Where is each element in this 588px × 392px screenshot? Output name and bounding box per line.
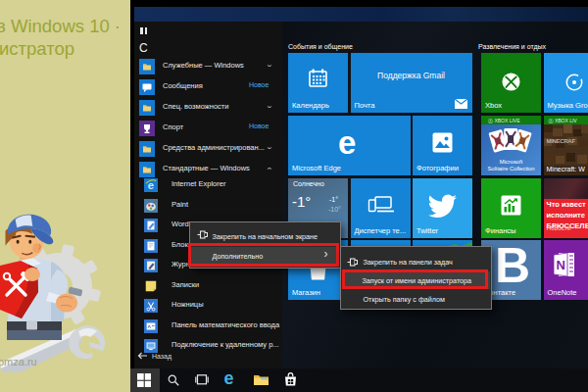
svg-text:N: N: [556, 258, 564, 272]
